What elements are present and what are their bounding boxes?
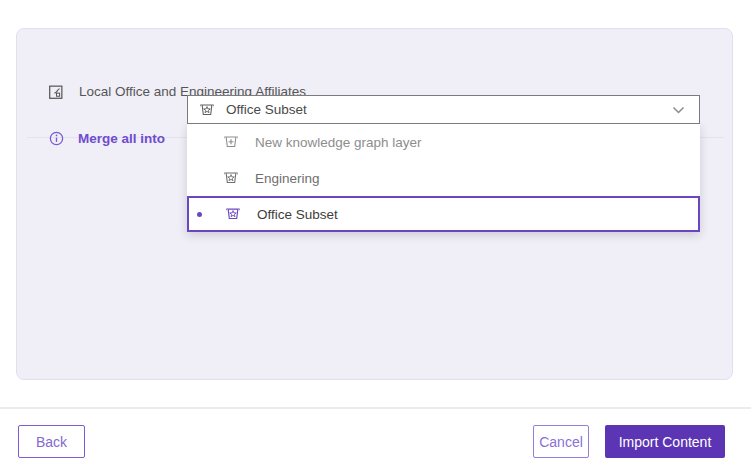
selected-dot-icon xyxy=(197,212,202,217)
sketch-layer-icon xyxy=(47,83,65,101)
chevron-down-icon xyxy=(672,106,685,115)
dropdown-item-office-subset[interactable]: Office Subset xyxy=(187,196,700,232)
dropdown-item-enginering[interactable]: Enginering xyxy=(187,160,700,196)
knowledge-graph-layer-icon xyxy=(198,101,216,119)
info-icon[interactable] xyxy=(47,130,65,148)
back-button[interactable]: Back xyxy=(18,425,85,458)
dropdown-item-new-knowledge-graph-layer[interactable]: New knowledge graph layer xyxy=(187,124,700,160)
new-knowledge-graph-layer-icon xyxy=(222,133,240,151)
dropdown-item-label: New knowledge graph layer xyxy=(255,135,422,150)
dropdown-item-label: Enginering xyxy=(255,171,320,186)
knowledge-graph-layer-icon xyxy=(222,169,240,187)
merge-all-into-row: Merge all into xyxy=(47,123,165,154)
cancel-button[interactable]: Cancel xyxy=(533,425,589,458)
import-content-button[interactable]: Import Content xyxy=(605,425,725,458)
merge-target-select-value: Office Subset xyxy=(226,102,307,117)
merge-all-into-label: Merge all into xyxy=(78,131,165,146)
knowledge-graph-layer-icon xyxy=(224,205,242,223)
import-content-dialog: Local Office and Engineering Affiliates … xyxy=(0,0,751,470)
dropdown-item-label: Office Subset xyxy=(257,207,338,222)
merge-target-dropdown: New knowledge graph layer Enginering xyxy=(187,124,700,232)
footer-divider xyxy=(0,407,751,409)
merge-target-select[interactable]: Office Subset xyxy=(187,95,700,124)
